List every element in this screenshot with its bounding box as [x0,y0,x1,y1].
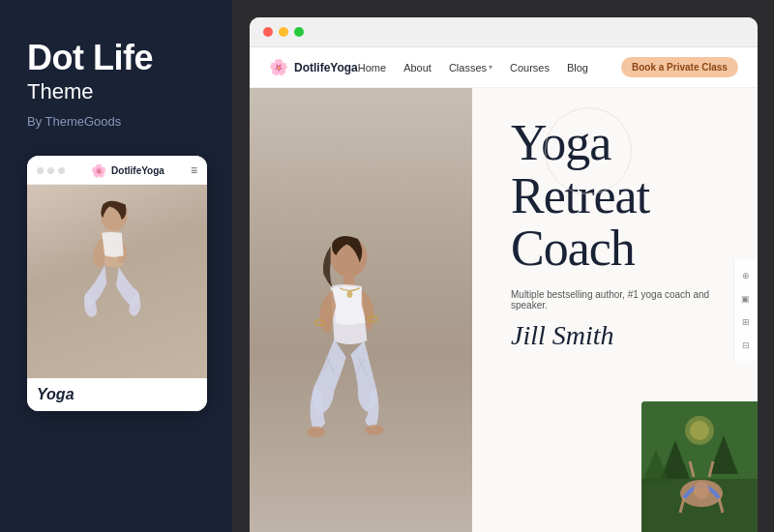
mobile-logo: 🌸 DotlifeYoga [91,163,164,178]
mobile-dot-2 [47,167,54,174]
mobile-dot-1 [37,167,44,174]
svg-point-3 [307,427,325,437]
mobile-yoga-figure [37,190,192,378]
hero-signature: Jill Smith [511,320,729,351]
outdoor-yoga-svg [641,401,758,532]
nav-home-label: Home [358,62,386,74]
right-panel: 🌸 DotlifeYoga Home About Classes ▾ Cours… [232,0,774,532]
theme-subtitle: Theme [27,79,205,104]
nav-blog-label: Blog [567,62,588,74]
mobile-logo-icon: 🌸 [91,163,106,178]
bottom-right-outdoor-image [641,401,758,532]
nav-link-home[interactable]: Home [358,62,386,74]
mobile-logo-text: DotlifeYoga [111,165,164,176]
hero-image-bg [250,88,472,532]
mobile-hero-image [27,185,207,378]
mobile-yoga-label: Yoga [37,386,197,403]
svg-point-9 [347,291,353,299]
desktop-content: YogaRetreatCoach Multiple bestselling au… [250,88,758,532]
nav-link-classes[interactable]: Classes ▾ [449,62,492,74]
titlebar-dot-red[interactable] [263,27,273,37]
hero-image-container [250,88,472,532]
theme-author: By ThemeGoods [27,114,205,129]
nav-about-label: About [403,62,432,74]
desktop-yoga-figure [264,222,419,532]
nav-logo-icon: 🌸 [269,58,288,76]
svg-point-24 [690,421,709,440]
nav-link-courses[interactable]: Courses [510,62,550,74]
nav-logo: 🌸 DotlifeYoga [269,58,358,76]
desktop-nav: 🌸 DotlifeYoga Home About Classes ▾ Cours… [250,47,758,88]
hero-text-area: YogaRetreatCoach Multiple bestselling au… [472,88,758,532]
circle-decoration [545,107,632,194]
mobile-dot-3 [58,167,65,174]
edge-icon-3[interactable]: ⊞ [738,314,754,330]
nav-links: Home About Classes ▾ Courses Blog Book a… [358,57,738,77]
desktop-window: 🌸 DotlifeYoga Home About Classes ▾ Cours… [250,17,758,532]
titlebar-dot-yellow[interactable] [279,27,288,37]
nav-logo-text: DotlifeYoga [294,61,358,74]
edge-icon-4[interactable]: ⊟ [738,338,754,353]
edge-icon-1[interactable]: ⊕ [738,268,754,283]
nav-link-blog[interactable]: Blog [567,62,588,74]
mobile-text-area: Yoga [27,378,207,411]
mobile-preview-card: 🌸 DotlifeYoga ≡ [27,156,207,411]
desktop-titlebar [250,17,758,47]
svg-point-22 [694,482,709,499]
edge-toolbar: ⊕ ▣ ⊞ ⊟ [733,260,758,361]
svg-point-4 [365,425,383,435]
nav-link-about[interactable]: About [403,62,432,74]
theme-title: Dot Life [27,39,205,77]
mobile-window-dots [37,167,65,174]
titlebar-dot-green[interactable] [294,27,304,37]
mobile-topbar: 🌸 DotlifeYoga ≡ [27,156,207,185]
classes-arrow-icon: ▾ [489,63,492,72]
nav-classes-label: Classes [449,62,487,74]
mobile-hamburger-icon[interactable]: ≡ [191,163,197,177]
nav-cta-button[interactable]: Book a Private Class [621,57,738,77]
hero-description: Multiple bestselling author, #1 yoga coa… [511,289,729,310]
edge-icon-2[interactable]: ▣ [738,291,754,307]
left-panel: Dot Life Theme By ThemeGoods 🌸 DotlifeYo… [0,0,232,532]
nav-courses-label: Courses [510,62,550,74]
